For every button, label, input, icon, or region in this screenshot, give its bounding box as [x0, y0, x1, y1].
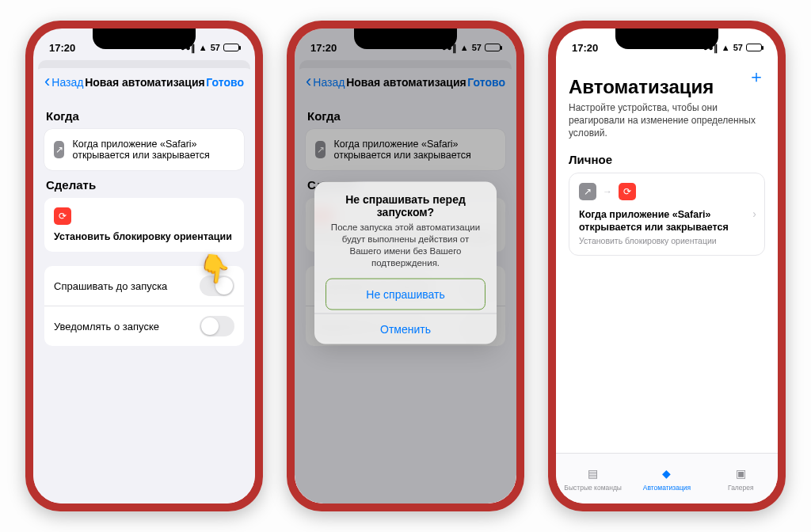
alert-title: Не спрашивать перед запуском?	[314, 182, 497, 220]
done-button[interactable]: Готово	[206, 76, 244, 89]
alert-confirm-button[interactable]: Не спрашивать	[326, 278, 485, 310]
orientation-lock-icon: ⟳	[54, 207, 71, 225]
shortcuts-icon: ▤	[584, 466, 602, 481]
status-time: 17:20	[49, 42, 75, 54]
tab-gallery[interactable]: ▣ Галерея	[704, 454, 778, 504]
app-open-icon: ↗	[54, 141, 64, 158]
automation-page: Автоматизация Настройте устройства, чтоб…	[556, 60, 778, 453]
nav-bar: Назад Новая автоматизация Готово	[33, 68, 255, 97]
notch	[615, 28, 718, 49]
automation-icon: ◆	[658, 466, 676, 481]
battery-pct: 57	[211, 43, 220, 52]
wifi-icon: ▲	[199, 43, 208, 52]
sheet-content: Когда ↗ Когда приложение «Safari» открыв…	[33, 97, 255, 504]
notify-on-run-toggle[interactable]	[200, 316, 234, 336]
app-open-icon: ↗	[579, 183, 596, 200]
notch	[93, 28, 196, 49]
orientation-lock-icon: ⟳	[619, 183, 636, 200]
chevron-left-icon	[44, 76, 50, 89]
automation-item-card[interactable]: ↗ → ⟳ Когда приложение «Safari» открывае…	[569, 173, 765, 256]
gallery-icon: ▣	[732, 466, 749, 481]
battery-icon	[223, 44, 239, 51]
screen-2: 17:20 ●●‖ ▲ 57 Назад Новая автоматизация…	[295, 28, 516, 504]
chevron-right-icon: ›	[752, 207, 756, 220]
phone-1: 17:20 ●●‖ ▲ 57 Назад Новая автоматизация…	[25, 21, 263, 511]
notch	[354, 28, 457, 49]
when-condition-text: Когда приложение «Safari» открывается ил…	[72, 139, 234, 161]
tab-shortcuts-label: Быстрые команды	[564, 484, 622, 492]
when-condition-card[interactable]: ↗ Когда приложение «Safari» открывается …	[44, 129, 244, 170]
do-action-text: Установить блокировку ориентации	[54, 231, 234, 242]
nav-title: Новая автоматизация	[85, 76, 205, 89]
battery-pct: 57	[733, 43, 743, 52]
alert-cancel-button[interactable]: Отменить	[314, 313, 497, 344]
pointing-hand-icon: 👇	[196, 250, 233, 286]
back-label: Назад	[51, 76, 83, 89]
notify-on-run-row: Уведомлять о запуске	[44, 306, 244, 346]
confirm-alert: Не спрашивать перед запуском? После запу…	[314, 182, 497, 344]
phone-3: 17:20 ●●‖ ▲ 57 ＋ Автоматизация Настройте…	[548, 21, 786, 511]
tab-shortcuts[interactable]: ▤ Быстрые команды	[556, 454, 630, 504]
page-title: Автоматизация	[569, 76, 765, 98]
add-automation-button[interactable]: ＋	[748, 65, 765, 89]
do-section-label: Сделать	[46, 178, 242, 192]
when-section-label: Когда	[46, 109, 242, 123]
tab-automation[interactable]: ◆ Автоматизация	[630, 454, 703, 504]
modal-sheet: Назад Новая автоматизация Готово Когда ↗…	[33, 68, 255, 504]
automation-flow-icons: ↗ → ⟳	[579, 183, 755, 200]
arrow-right-icon: →	[603, 186, 612, 197]
tab-gallery-label: Галерея	[728, 484, 754, 492]
phone-2: 17:20 ●●‖ ▲ 57 Назад Новая автоматизация…	[287, 21, 524, 511]
wifi-icon: ▲	[722, 43, 730, 52]
automation-item-title: Когда приложение «Safari» открывается ил…	[579, 208, 755, 235]
tab-automation-label: Автоматизация	[643, 484, 691, 492]
battery-icon	[746, 44, 762, 51]
personal-section-label: Личное	[569, 153, 765, 166]
screen-1: 17:20 ●●‖ ▲ 57 Назад Новая автоматизация…	[33, 28, 255, 504]
ask-before-run-label: Спрашивать до запуска	[54, 280, 167, 292]
automation-item-subtitle: Установить блокировку ориентации	[579, 236, 755, 245]
back-button[interactable]: Назад	[44, 76, 83, 89]
tab-bar: ▤ Быстрые команды ◆ Автоматизация ▣ Гале…	[556, 453, 778, 504]
notify-on-run-label: Уведомлять о запуске	[54, 321, 159, 332]
screen-3: 17:20 ●●‖ ▲ 57 ＋ Автоматизация Настройте…	[556, 28, 778, 504]
page-subtitle: Настройте устройства, чтобы они реагиров…	[569, 101, 765, 140]
alert-body: После запуска этой автоматизации будут в…	[314, 220, 497, 279]
status-time: 17:20	[572, 42, 598, 54]
do-action-card[interactable]: ⟳ Установить блокировку ориентации	[44, 198, 244, 252]
